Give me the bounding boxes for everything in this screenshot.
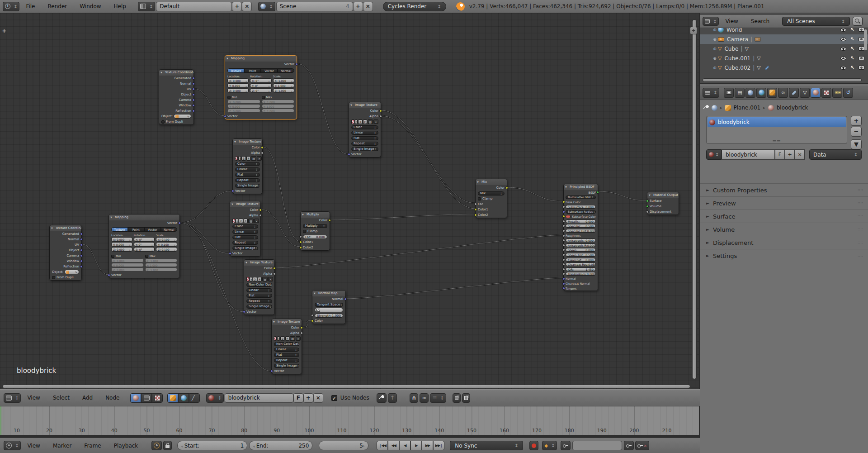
- pin-button[interactable]: [377, 393, 387, 403]
- add-material-slot-button[interactable]: +: [851, 116, 862, 126]
- jump-to-end-button[interactable]: ▶▶❘: [433, 441, 444, 450]
- unlink-image-button[interactable]: ×: [373, 119, 378, 124]
- node-title[interactable]: Mapping: [109, 215, 179, 220]
- number-field[interactable]: Y: 0.100▸: [156, 242, 177, 247]
- image-users-count[interactable]: 2: [239, 219, 243, 223]
- socket-color[interactable]: [311, 319, 314, 322]
- socket-fac[interactable]: [474, 203, 477, 205]
- shader-context-object-button[interactable]: [167, 393, 178, 403]
- socket-subsurface:[interactable]: [562, 205, 565, 208]
- properties-tab-scene[interactable]: [745, 88, 755, 98]
- checkbox[interactable]: [161, 120, 165, 124]
- material-slot-active[interactable]: bloodybrick: [708, 117, 846, 127]
- socket-clearcoat-rou:[interactable]: [562, 263, 565, 266]
- panel-grip-icon[interactable]: ∷∷: [858, 201, 863, 205]
- number-field[interactable]: X: 0.000▸: [111, 237, 132, 242]
- socket-alpha[interactable]: [300, 332, 303, 334]
- value-slider-transmission-[interactable]: Transmission:0.000: [566, 272, 596, 276]
- node-checkbox-row[interactable]: Clamp: [301, 229, 330, 234]
- snap-mode-button[interactable]: ∞: [420, 393, 429, 403]
- open-image-button[interactable]: ▨: [248, 219, 254, 223]
- image-users-count[interactable]: 3: [241, 156, 246, 161]
- socket-metallic:[interactable]: [562, 220, 565, 223]
- visibility-eye-icon[interactable]: [840, 38, 846, 41]
- node-editor-canvas[interactable]: Texture CoordinateGeneratedNormalUVObjec…: [0, 13, 700, 389]
- dropdown-single-image[interactable]: Single Image↕: [232, 246, 258, 250]
- dropdown-flat[interactable]: Flat↕: [235, 173, 260, 177]
- socket-anisotropic:[interactable]: [562, 239, 565, 242]
- jump-to-start-button[interactable]: ❘◀◀: [377, 441, 388, 450]
- image-name[interactable]: red: [236, 219, 238, 223]
- properties-tab-world[interactable]: [756, 88, 766, 98]
- panel-grip-icon[interactable]: ∷∷: [858, 254, 863, 258]
- browse-material-button[interactable]: ↕: [706, 149, 722, 160]
- renderability-camera-icon[interactable]: [859, 56, 864, 60]
- tab-normal[interactable]: Normal: [161, 227, 178, 232]
- image-name[interactable]: Text: [238, 156, 241, 161]
- socket-anisotropic-r:[interactable]: [562, 244, 565, 247]
- tab-normal[interactable]: Normal: [278, 68, 294, 73]
- socket-color[interactable]: [328, 219, 331, 222]
- current-frame-field[interactable]: 5 ▸: [319, 441, 368, 450]
- number-field[interactable]: Z: 0.000▸: [227, 88, 249, 93]
- previous-keyframe-button[interactable]: ◀◀: [388, 441, 399, 450]
- node-title[interactable]: Texture Coordinate: [159, 70, 193, 76]
- dropdown-single-image[interactable]: Single Image↕: [235, 184, 260, 188]
- socket-roughness[interactable]: [562, 234, 565, 237]
- socket-vector[interactable]: [178, 222, 181, 224]
- dropdown-repeat[interactable]: Repeat↕: [246, 299, 272, 303]
- value-slider-fac-[interactable]: Fac:0.800: [303, 235, 327, 239]
- socket-uv[interactable]: [80, 243, 83, 246]
- socket-color[interactable]: [259, 209, 262, 211]
- value-slider-metallic-[interactable]: Metallic:0.000: [566, 219, 596, 223]
- snap-element-button[interactable]: ≡↕: [430, 393, 446, 403]
- socket-normal[interactable]: [80, 238, 83, 241]
- socket-vector[interactable]: [229, 252, 231, 255]
- scene-icon-button[interactable]: ↕: [258, 2, 275, 11]
- checkbox[interactable]: [478, 197, 481, 200]
- tab-vector[interactable]: Vector: [261, 68, 278, 73]
- visibility-eye-icon[interactable]: [840, 47, 846, 51]
- info-editor-type-button[interactable]: i↕: [3, 2, 19, 11]
- socket-camera[interactable]: [192, 99, 195, 101]
- breadcrumb-object-name[interactable]: Plane.001: [734, 105, 761, 111]
- socket-camera[interactable]: [80, 254, 83, 257]
- socket-alpha[interactable]: [261, 152, 264, 154]
- fake-user-button[interactable]: F: [775, 149, 785, 160]
- socket-color2[interactable]: [474, 214, 477, 216]
- timeline-menu-frame[interactable]: Frame: [78, 443, 107, 449]
- properties-tab-constraints[interactable]: ∞: [778, 88, 788, 98]
- socket-normal[interactable]: [344, 298, 347, 300]
- socket-color2[interactable]: [299, 246, 302, 249]
- tab-texture[interactable]: Texture: [111, 227, 128, 232]
- outliner-item-cube.001[interactable]: ⊕▽Cube.001|▽↖: [700, 53, 868, 63]
- value-slider-anisotropic-[interactable]: Anisotropic:0.000: [566, 238, 596, 242]
- socket-surface[interactable]: [646, 200, 649, 202]
- dropdown-flat[interactable]: Flat↕: [246, 294, 272, 298]
- socket-color[interactable]: [261, 146, 264, 149]
- unlink-image-button[interactable]: ×: [296, 336, 301, 341]
- panel-displacement[interactable]: ►Displacement∷∷: [700, 236, 868, 249]
- timeline-menu-marker[interactable]: Marker: [47, 443, 78, 449]
- use-nodes-toggle[interactable]: ✓ Use Nodes: [331, 395, 369, 401]
- panel-settings[interactable]: ►Settings∷∷: [700, 249, 868, 262]
- dropdown-repeat[interactable]: Repeat↕: [232, 241, 258, 245]
- record-button[interactable]: [529, 441, 538, 450]
- dropdown-repeat[interactable]: Repeat↕: [235, 178, 260, 182]
- node-title[interactable]: Texture Coordinate: [50, 225, 81, 231]
- fake-user-button[interactable]: F: [293, 393, 303, 403]
- number-field[interactable]: X: 0.100▸: [156, 237, 177, 242]
- node-checkbox-row[interactable]: From Dupli: [50, 275, 81, 280]
- node-menu-add[interactable]: Add: [76, 395, 99, 401]
- number-field[interactable]: Y: 0°▸: [134, 242, 155, 247]
- visibility-eye-icon[interactable]: [840, 28, 846, 32]
- value-slider-clearcoat-[interactable]: Clearcoat:0.000: [566, 258, 596, 262]
- expand-icon[interactable]: ⊕: [712, 56, 718, 61]
- node-title[interactable]: Mix: [476, 179, 507, 185]
- paste-nodes-button[interactable]: [462, 393, 470, 403]
- panel-grip-icon[interactable]: ∷∷: [858, 241, 863, 245]
- image-users-count[interactable]: 3: [358, 119, 363, 124]
- object-select-field[interactable]: ✎: [174, 114, 191, 119]
- dropdown-color[interactable]: Color↕: [232, 224, 258, 229]
- dropdown-linear[interactable]: Linear↕: [351, 131, 378, 135]
